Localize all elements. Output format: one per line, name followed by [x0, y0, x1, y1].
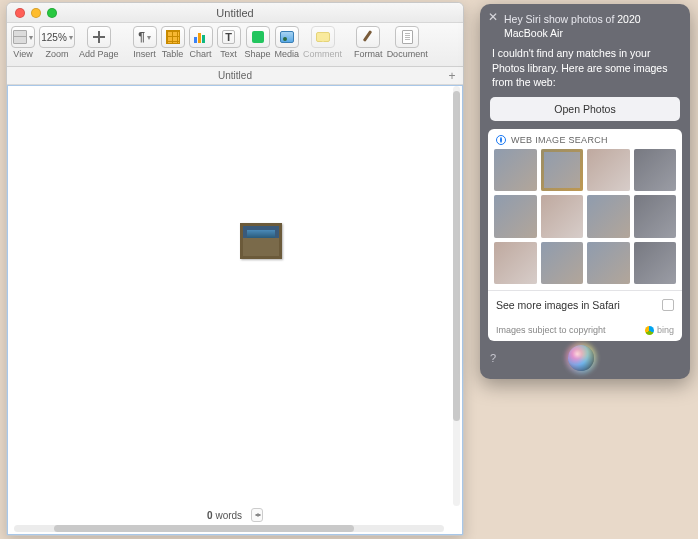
- chart-label: Chart: [190, 49, 212, 59]
- pages-app-window: Untitled ▾ View 125%▾ Zoom Add Page ¶▾ I…: [6, 2, 464, 536]
- media-label: Media: [275, 49, 300, 59]
- table-label: Table: [162, 49, 184, 59]
- bing-attribution: bing: [645, 325, 674, 335]
- image-result[interactable]: [634, 195, 677, 238]
- view-icon: [13, 30, 27, 44]
- image-copyright-row: Images subject to copyright bing: [488, 319, 682, 341]
- siri-results-panel: ✕ Hey Siri show photos of 2020 MacBook A…: [480, 4, 690, 379]
- copyright-text: Images subject to copyright: [496, 325, 606, 335]
- insert-label: Insert: [133, 49, 156, 59]
- document-icon: [402, 30, 413, 44]
- table-icon: [166, 30, 180, 44]
- document-canvas[interactable]: 0 words: [7, 85, 463, 535]
- page[interactable]: [10, 88, 450, 506]
- fullscreen-window-button[interactable]: [47, 8, 57, 18]
- zoom-value: 125%: [41, 32, 67, 43]
- comment-button[interactable]: [311, 26, 335, 48]
- word-count-stepper-icon[interactable]: [251, 508, 263, 522]
- word-count-value: 0: [207, 510, 213, 521]
- web-search-header-label: WEB IMAGE SEARCH: [511, 135, 608, 145]
- brush-icon: [361, 30, 375, 44]
- shape-button[interactable]: [246, 26, 270, 48]
- format-label: Format: [354, 49, 383, 59]
- siri-query-prefix: Hey Siri show photos of: [504, 13, 617, 25]
- text-button[interactable]: T: [217, 26, 241, 48]
- siri-response-message: I couldn't find any matches in your Phot…: [480, 46, 690, 97]
- add-page-button[interactable]: [87, 26, 111, 48]
- siri-footer: ?: [480, 341, 690, 373]
- text-label: Text: [220, 49, 237, 59]
- image-result[interactable]: [494, 195, 537, 238]
- vertical-scrollbar[interactable]: [453, 86, 460, 506]
- image-result[interactable]: [541, 195, 584, 238]
- document-label: Document: [387, 49, 428, 59]
- window-title: Untitled: [7, 7, 463, 19]
- horizontal-scrollbar[interactable]: [14, 525, 444, 532]
- document-button[interactable]: [395, 26, 419, 48]
- word-count-label: words: [215, 510, 242, 521]
- shape-label: Shape: [245, 49, 271, 59]
- image-result[interactable]: [494, 149, 537, 192]
- image-result-selected[interactable]: [541, 149, 584, 192]
- bing-label: bing: [657, 325, 674, 335]
- media-icon: [280, 31, 294, 43]
- paragraph-icon: ¶: [138, 30, 145, 44]
- see-more-in-safari[interactable]: See more images in Safari: [488, 290, 682, 319]
- image-result[interactable]: [587, 195, 630, 238]
- siri-orb-icon[interactable]: [568, 345, 594, 371]
- chart-icon: [194, 31, 208, 43]
- media-button[interactable]: [275, 26, 299, 48]
- format-button[interactable]: [356, 26, 380, 48]
- image-result[interactable]: [634, 149, 677, 192]
- see-more-label: See more images in Safari: [496, 299, 620, 311]
- bing-icon: [645, 326, 654, 335]
- open-photos-button[interactable]: Open Photos: [490, 97, 680, 121]
- zoom-dropdown[interactable]: 125%▾: [39, 26, 75, 48]
- close-icon[interactable]: ✕: [488, 10, 498, 24]
- view-button[interactable]: ▾: [11, 26, 35, 48]
- word-count-status[interactable]: 0 words: [8, 506, 462, 524]
- table-button[interactable]: [161, 26, 185, 48]
- help-icon[interactable]: ?: [490, 352, 496, 364]
- zoom-label: Zoom: [45, 49, 68, 59]
- image-result[interactable]: [634, 242, 677, 285]
- document-tab-bar: Untitled +: [7, 67, 463, 85]
- add-page-label: Add Page: [79, 49, 119, 59]
- shape-icon: [252, 31, 264, 43]
- siri-query-text: Hey Siri show photos of 2020 MacBook Air: [480, 4, 690, 46]
- plus-icon: [92, 30, 106, 44]
- text-icon: T: [222, 30, 235, 44]
- inserted-image-macbook[interactable]: [240, 223, 282, 259]
- web-image-search-card: WEB IMAGE SEARCH See more images in Safa…: [488, 129, 682, 342]
- image-result[interactable]: [541, 242, 584, 285]
- minimize-window-button[interactable]: [31, 8, 41, 18]
- chart-button[interactable]: [189, 26, 213, 48]
- new-tab-button[interactable]: +: [445, 69, 459, 83]
- close-window-button[interactable]: [15, 8, 25, 18]
- comment-label: Comment: [303, 49, 342, 59]
- image-result[interactable]: [587, 149, 630, 192]
- image-result[interactable]: [494, 242, 537, 285]
- window-titlebar[interactable]: Untitled: [7, 3, 463, 23]
- toolbar: ▾ View 125%▾ Zoom Add Page ¶▾ Insert Tab…: [7, 23, 463, 67]
- view-label: View: [13, 49, 32, 59]
- globe-icon: [496, 135, 506, 145]
- image-result[interactable]: [587, 242, 630, 285]
- insert-button[interactable]: ¶▾: [133, 26, 157, 48]
- comment-icon: [316, 32, 330, 42]
- web-search-header: WEB IMAGE SEARCH: [488, 129, 682, 149]
- safari-icon: [662, 299, 674, 311]
- document-tab[interactable]: Untitled: [7, 70, 463, 81]
- image-results-grid: [488, 149, 682, 291]
